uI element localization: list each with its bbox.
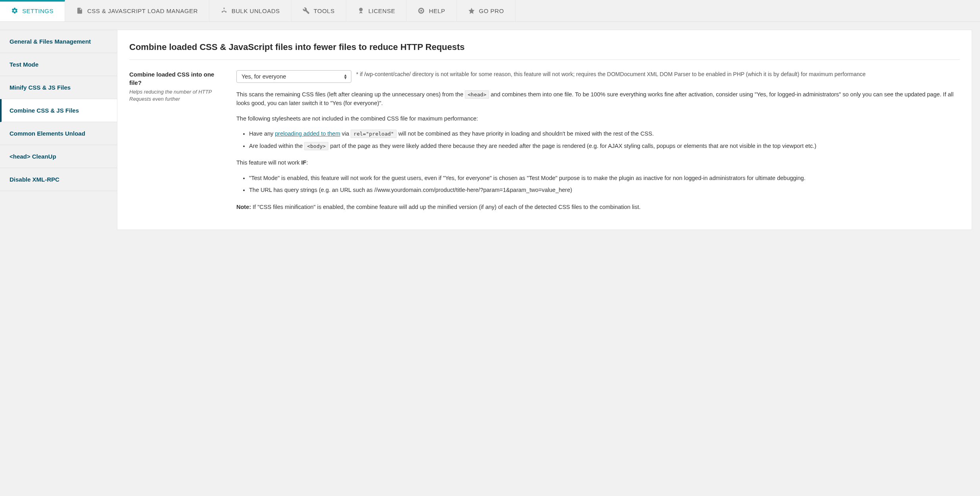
wrench-icon [303,7,310,14]
note-paragraph: Note: If "CSS files minification" is ena… [236,203,960,211]
file-icon [76,7,83,14]
award-icon [357,7,364,14]
sidebar-item-label: Disable XML-RPC [10,176,59,183]
tab-css-js-manager[interactable]: CSS & JAVASCRIPT LOAD MANAGER [65,0,209,21]
preloading-link[interactable]: preloading added to them [275,130,340,137]
page-title: Combine loaded CSS & JavaScript files in… [129,42,960,60]
code-head: <head> [465,90,489,99]
sidebar-item-combine[interactable]: Combine CSS & JS Files [0,99,117,122]
tab-settings[interactable]: SETTINGS [0,0,65,21]
sitemap-icon [221,7,228,14]
sidebar-item-label: <head> CleanUp [10,153,56,160]
sidebar-item-label: Combine CSS & JS Files [10,107,79,114]
gear-icon [11,7,18,14]
tab-label: SETTINGS [22,8,54,14]
sidebar-item-test-mode[interactable]: Test Mode [0,53,117,76]
tab-label: TOOLS [314,8,335,14]
sidebar-item-head-cleanup[interactable]: <head> CleanUp [0,145,117,168]
tab-label: BULK UNLOADS [232,8,280,14]
sidebar-item-label: General & Files Management [10,38,91,45]
list-item: Are loaded within the <body> part of the… [249,142,960,150]
sidebar-item-common-unload[interactable]: Common Elements Unload [0,122,117,145]
tab-label: LICENSE [368,8,395,14]
code-body: <body> [304,142,328,150]
tab-label: GO PRO [479,8,504,14]
tab-help[interactable]: HELP [407,0,456,21]
settings-content: Combine loaded CSS & JavaScript files in… [117,30,972,230]
settings-sidebar: General & Files Management Test Mode Min… [0,22,117,230]
sidebar-item-general[interactable]: General & Files Management [0,30,117,53]
description-paragraph: This scans the remaining CSS files (left… [236,90,960,108]
setting-label-title: Combine loaded CSS into one file? [129,70,221,87]
sidebar-item-label: Test Mode [10,61,38,68]
star-icon [468,7,475,14]
setting-label-help: Helps reducing the number of HTTP Reques… [129,88,221,103]
description-paragraph: This feature will not work IF: [236,158,960,167]
sidebar-item-minify[interactable]: Minify CSS & JS Files [0,76,117,99]
list-item: "Test Mode" is enabled, this feature wil… [249,174,960,182]
tab-label: HELP [429,8,445,14]
sidebar-item-label: Minify CSS & JS Files [10,84,71,91]
lifebuoy-icon [418,7,425,14]
tab-license[interactable]: LICENSE [346,0,407,21]
conditions-list: "Test Mode" is enabled, this feature wil… [236,174,960,195]
description-paragraph: The following stylesheets are not includ… [236,114,960,123]
list-item: The URL has query strings (e.g. an URL s… [249,186,960,194]
tab-label: CSS & JAVASCRIPT LOAD MANAGER [87,8,198,14]
sidebar-item-label: Common Elements Unload [10,130,85,137]
tab-tools[interactable]: TOOLS [292,0,346,21]
tab-bulk-unloads[interactable]: BULK UNLOADS [209,0,292,21]
list-item: Have any preloading added to them via re… [249,129,960,138]
combine-css-select[interactable]: Yes, for everyone [236,70,351,83]
exclusion-list: Have any preloading added to them via re… [236,129,960,150]
select-inline-note: * if /wp-content/cache/ directory is not… [356,70,960,79]
code-rel-preload: rel="preload" [351,130,397,138]
top-tabs: SETTINGS CSS & JAVASCRIPT LOAD MANAGER B… [0,0,980,22]
sidebar-item-disable-xmlrpc[interactable]: Disable XML-RPC [0,168,117,191]
tab-go-pro[interactable]: GO PRO [457,0,516,21]
